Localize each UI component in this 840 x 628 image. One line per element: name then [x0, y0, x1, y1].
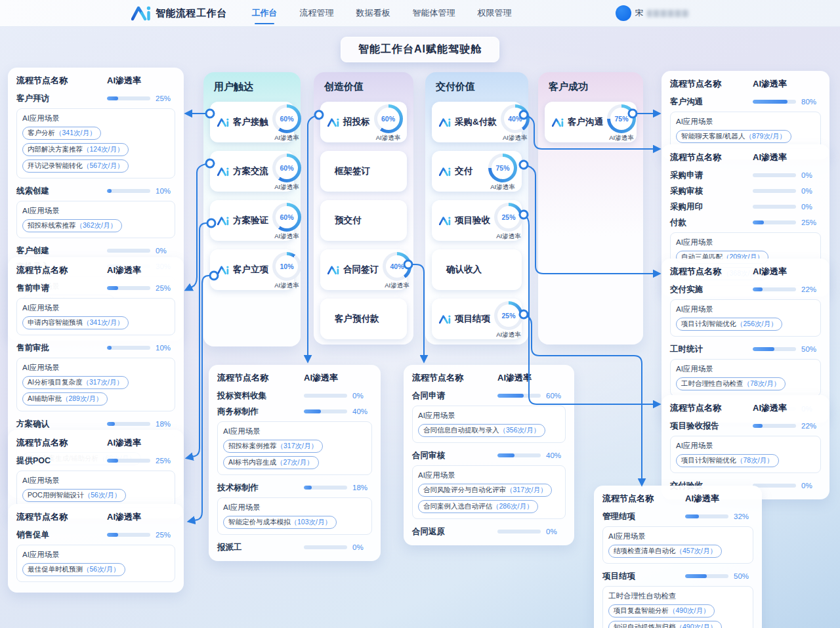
process-node-row: 商务标制作40%	[217, 404, 372, 419]
nav-agent-mgmt[interactable]: 智能体管理	[411, 1, 457, 26]
ai-scenario-chip[interactable]: 最佳促单时机预测（56次/月）	[22, 563, 125, 576]
node-card[interactable]: 客户立项10%AI渗透率	[210, 249, 294, 290]
nav-permission-mgmt[interactable]: 权限管理	[476, 1, 513, 26]
ai-scenario-chip[interactable]: 申请内容智能预填（341次/月）	[22, 316, 129, 329]
ai-scenario-chip[interactable]: 内部解决方案推荐（124次/月）	[22, 143, 129, 156]
chip-label: 智能定价与成本模拟	[228, 518, 291, 527]
penetration-value: 25%	[156, 531, 171, 539]
ai-scenario-chip[interactable]: 合同风险评分与自动化评审（317次/月）	[418, 484, 552, 497]
ai-scenario-label: AI应用场景	[22, 363, 169, 373]
penetration-value: 0%	[156, 247, 167, 255]
node-card[interactable]: 客户沟通75%AI渗透率	[545, 102, 637, 142]
node-card[interactable]: 客户预付款	[320, 299, 407, 339]
penetration-value: 0%	[801, 171, 812, 179]
process-node-name: 报派工	[217, 542, 242, 553]
node-card[interactable]: 采购&付款40%AI渗透率	[432, 102, 522, 142]
penetration-meter: 22%	[753, 422, 821, 430]
ai-mark-icon	[439, 314, 451, 324]
ai-scenario-chip[interactable]: 智能聊天客服/机器人（879次/月）	[676, 130, 791, 143]
process-node-row: 售前申请25%	[16, 280, 175, 296]
donut-ring: 10%	[272, 252, 301, 281]
penetration-col-header: AI渗透率	[107, 511, 175, 523]
panel-header: 流程节点名称AI渗透率	[670, 152, 821, 163]
ai-scenario-box: AI应用场景智能定价与成本模拟（103次/月）	[217, 497, 372, 535]
node-card[interactable]: 项目结项25%AI渗透率	[432, 299, 522, 339]
process-node-name: 销售促单	[16, 530, 49, 541]
main-nav: 工作台流程管理数据看板智能体管理权限管理	[251, 1, 513, 26]
panel-header: 流程节点名称AI渗透率	[16, 75, 175, 87]
ai-scenario-chip[interactable]: 项目复盘智能分析（490次/月）	[608, 604, 715, 618]
penetration-bar-fill	[753, 424, 763, 428]
ai-scenario-chip[interactable]: 招投标案例推荐（317次/月）	[223, 440, 323, 453]
node-card[interactable]: 合同签订40%AI渗透率	[320, 249, 407, 290]
nav-workbench[interactable]: 工作台	[251, 1, 279, 26]
node-card[interactable]: 方案交流60%AI渗透率	[210, 151, 294, 192]
penetration-bar-fill	[304, 486, 312, 490]
chip-label: AI标书内容生成	[228, 458, 276, 467]
node-card[interactable]: 方案验证60%AI渗透率	[210, 200, 294, 241]
node-card[interactable]: 交付75%AI渗透率	[432, 151, 522, 192]
stage-column-title: 交付价值	[425, 72, 528, 93]
penetration-bar	[497, 453, 541, 457]
ai-scenario-chip[interactable]: AI辅助审批（289次/月）	[22, 392, 108, 406]
user-area[interactable]: 宋	[616, 5, 690, 21]
ai-scenario-chip[interactable]: 招投标线索推荐（362次/月）	[22, 219, 122, 232]
ai-scenario-chip[interactable]: 项目计划智能优化（256次/月）	[676, 318, 782, 331]
penetration-meter: 10%	[107, 344, 175, 352]
penetration-col-header: AI渗透率	[753, 266, 821, 278]
chip-label: 工时合理性自动检查	[681, 379, 744, 388]
ai-scenario-chips: 客户分析（341次/月）内部解决方案推荐（124次/月）拜访记录智能转化（567…	[22, 127, 169, 173]
ai-scenario-box: AI应用场景项目计划智能优化（78次/月）	[670, 436, 821, 473]
ai-scenario-chips: 结项检查清单自动化（457次/月）	[608, 545, 747, 558]
node-card[interactable]: 客户接触60%AI渗透率	[210, 102, 294, 142]
nav-process-mgmt[interactable]: 流程管理	[299, 1, 335, 26]
penetration-value: 0%	[352, 392, 364, 400]
ai-scenario-chip[interactable]: 合同案例入选自动评估（286次/月）	[418, 500, 538, 513]
chip-count: （27次/月）	[276, 458, 314, 467]
penetration-value: 40%	[546, 451, 561, 459]
ai-scenario-chip[interactable]: AI分析项目复杂度（317次/月）	[22, 376, 129, 389]
donut-label: AI渗透率	[503, 134, 527, 142]
penetration-meter: 18%	[107, 420, 175, 428]
ai-scenario-chip[interactable]: 智能定价与成本模拟（103次/月）	[223, 516, 337, 529]
ai-scenario-chip[interactable]: 知识自动提炼与归档（490次/月）	[608, 621, 722, 628]
process-node-row: 合同返原0%	[412, 524, 566, 539]
ai-scenario-chip[interactable]: 项目计划智能优化（78次/月）	[676, 454, 779, 467]
ai-scenario-chip[interactable]: AI标书内容生成（27次/月）	[223, 456, 319, 469]
node-card[interactable]: 招投标60%AI渗透率	[320, 102, 407, 142]
node-name-col-header: 流程节点名称	[16, 511, 68, 523]
ai-scenario-chips: 招投标线索推荐（362次/月）	[22, 219, 169, 232]
node-card[interactable]: 框架签订	[320, 151, 407, 192]
ai-mark-icon	[439, 216, 451, 226]
penetration-col-header: AI渗透率	[107, 75, 175, 87]
ai-scenario-chips: 项目计划智能优化（256次/月）	[676, 318, 815, 331]
donut-ring: 60%	[272, 104, 301, 133]
panel-header: 流程节点名称AI渗透率	[602, 493, 753, 505]
penetration-value: 25%	[156, 457, 171, 465]
donut-label: AI渗透率	[609, 134, 633, 142]
ai-scenario-chip[interactable]: 客户分析（341次/月）	[22, 127, 101, 140]
chip-label: 招投标案例推荐	[228, 442, 277, 451]
penetration-bar-fill	[107, 459, 118, 463]
ai-scenario-label: AI应用场景	[608, 532, 747, 541]
ai-scenario-chip[interactable]: 工时合理性自动检查（78次/月）	[676, 377, 786, 390]
ai-scenario-chip[interactable]: 拜访记录智能转化（567次/月）	[22, 159, 129, 173]
chip-count: （78次/月）	[744, 379, 781, 388]
user-avatar[interactable]	[616, 5, 631, 21]
donut-value: 60%	[276, 108, 298, 130]
node-card[interactable]: 项目验收25%AI渗透率	[432, 200, 522, 241]
nav-data-board[interactable]: 数据看板	[355, 1, 392, 26]
node-card-title: 采购&付款	[455, 116, 497, 128]
node-card[interactable]: 预交付	[320, 200, 407, 241]
penetration-bar	[753, 424, 796, 428]
penetration-bar-fill	[685, 574, 707, 578]
ai-scenario-chip[interactable]: 合同信息自动提取与录入（356次/月）	[418, 424, 545, 437]
process-node-name: 售前审批	[16, 343, 49, 354]
node-card[interactable]: 确认收入	[432, 249, 522, 290]
ai-scenario-chip[interactable]: 结项检查清单自动化（457次/月）	[608, 545, 722, 558]
panel-header: 流程节点名称AI渗透率	[16, 511, 175, 523]
ai-scenario-chip[interactable]: POC用例智能设计（56次/月）	[22, 489, 126, 502]
process-node-name: 合同审核	[412, 450, 445, 461]
donut-value: 75%	[610, 108, 633, 130]
penetration-meter: 22%	[753, 285, 821, 293]
